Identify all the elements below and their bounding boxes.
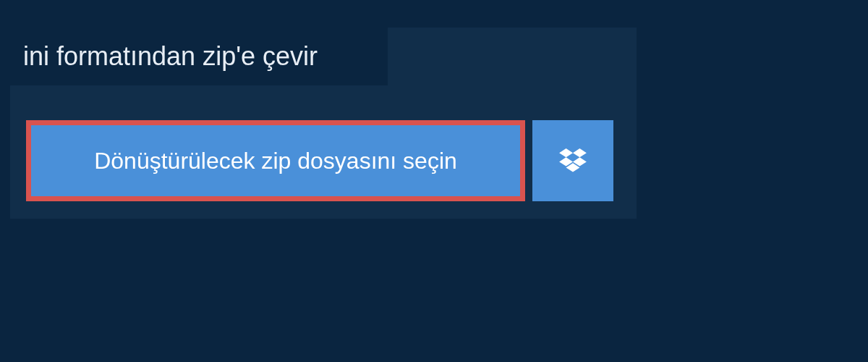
converter-panel: ini formatından zip'e çevir Dönüştürülec…: [10, 28, 637, 219]
file-select-button[interactable]: Dönüştürülecek zip dosyasını seçin: [26, 120, 525, 201]
dropbox-icon: [559, 148, 587, 173]
dropbox-button[interactable]: [532, 120, 613, 201]
file-select-label: Dönüştürülecek zip dosyasını seçin: [94, 148, 457, 174]
file-actions-row: Dönüştürülecek zip dosyasını seçin: [26, 120, 613, 201]
page-title: ini formatından zip'e çevir: [10, 28, 388, 85]
page-title-text: ini formatından zip'e çevir: [23, 41, 318, 72]
